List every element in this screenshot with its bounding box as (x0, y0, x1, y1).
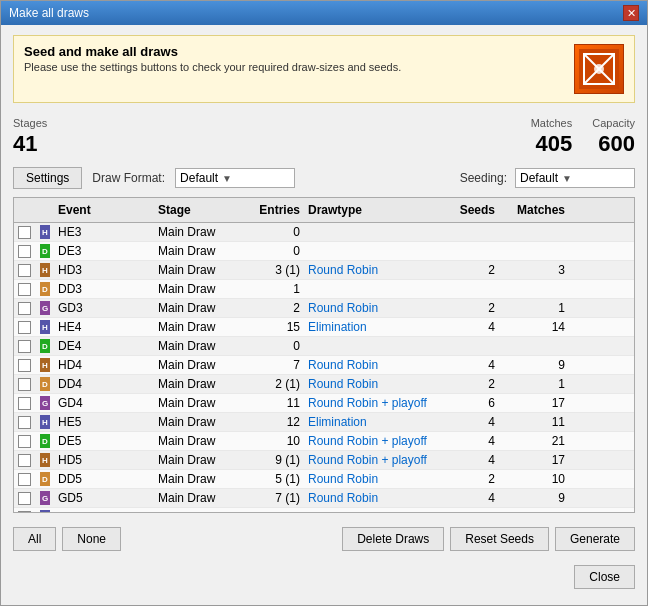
matches-value: 1 (499, 299, 569, 317)
row-checkbox[interactable] (18, 511, 31, 513)
row-checkbox[interactable] (18, 416, 31, 429)
matches-value: 17 (499, 394, 569, 412)
col-matches: Matches (499, 201, 569, 219)
controls-row: Settings Draw Format: Default ▼ Seeding:… (13, 167, 635, 189)
close-window-button[interactable]: ✕ (623, 5, 639, 21)
svg-point-4 (594, 64, 604, 74)
main-window: Make all draws ✕ Seed and make all draws… (0, 0, 648, 606)
drawtype-value: Elimination (304, 413, 444, 431)
draw-format-dropdown[interactable]: Default ▼ (175, 168, 295, 188)
close-button[interactable]: Close (574, 565, 635, 589)
table-row[interactable]: HHE5Main Draw12Elimination411 (14, 413, 634, 432)
event-type-icon: H (40, 320, 50, 334)
table-row[interactable]: DDE3Main Draw0 (14, 242, 634, 261)
event-name: DE4 (54, 337, 154, 355)
drawtype-value: Round Robin (304, 299, 444, 317)
matches-value: 21 (499, 432, 569, 450)
stage-name: Qual (154, 508, 244, 512)
table-row[interactable]: DDD5Main Draw5 (1)Round Robin210 (14, 470, 634, 489)
entries-value: 1 (244, 280, 304, 298)
draw-format-label: Draw Format: (92, 171, 165, 185)
row-checkbox[interactable] (18, 340, 31, 353)
seeding-label: Seeding: (460, 171, 507, 185)
row-checkbox[interactable] (18, 359, 31, 372)
row-checkbox[interactable] (18, 264, 31, 277)
row-checkbox[interactable] (18, 397, 31, 410)
drawtype-value: Round Robin + playoff (304, 451, 444, 469)
event-type-icon: D (40, 244, 50, 258)
drawtype-value: Round Robin (304, 508, 444, 512)
event-name: DD5 (54, 470, 154, 488)
event-type-icon: H (40, 225, 50, 239)
table-row[interactable]: HHE4Main Draw15Elimination414 (14, 318, 634, 337)
table-row[interactable]: GGD5Main Draw7 (1)Round Robin49 (14, 489, 634, 508)
event-name: HD5 (54, 451, 154, 469)
delete-draws-button[interactable]: Delete Draws (342, 527, 444, 551)
seeds-value (444, 337, 499, 355)
stage-name: Main Draw (154, 470, 244, 488)
header-text: Seed and make all draws Please use the s… (24, 44, 564, 73)
stage-name: Main Draw (154, 356, 244, 374)
drawtype-value: Round Robin (304, 356, 444, 374)
row-checkbox[interactable] (18, 321, 31, 334)
event-type-icon: H (40, 358, 50, 372)
event-name: HE6 (54, 508, 154, 512)
table-row[interactable]: HHE6Qual12Round Robin812 (14, 508, 634, 512)
footer-row: Close (13, 561, 635, 595)
stage-name: Main Draw (154, 413, 244, 431)
row-checkbox[interactable] (18, 245, 31, 258)
seeding-value: Default (520, 171, 558, 185)
entries-value: 12 (244, 413, 304, 431)
seeds-value: 4 (444, 489, 499, 507)
event-type-icon: D (40, 339, 50, 353)
capacity-label: Capacity (592, 117, 635, 129)
row-checkbox[interactable] (18, 302, 31, 315)
row-checkbox[interactable] (18, 492, 31, 505)
generate-button[interactable]: Generate (555, 527, 635, 551)
all-button[interactable]: All (13, 527, 56, 551)
entries-value: 0 (244, 223, 304, 241)
drawtype-value (304, 337, 444, 355)
row-checkbox[interactable] (18, 454, 31, 467)
draw-format-value: Default (180, 171, 218, 185)
header-icon (574, 44, 624, 94)
row-checkbox[interactable] (18, 473, 31, 486)
stages-value: 41 (13, 131, 47, 157)
row-checkbox[interactable] (18, 435, 31, 448)
table-row[interactable]: GGD4Main Draw11Round Robin + playoff617 (14, 394, 634, 413)
event-name: GD4 (54, 394, 154, 412)
matches-value: 3 (499, 261, 569, 279)
stage-name: Main Draw (154, 432, 244, 450)
entries-value: 11 (244, 394, 304, 412)
table-row[interactable]: GGD3Main Draw2Round Robin21 (14, 299, 634, 318)
seeding-dropdown[interactable]: Default ▼ (515, 168, 635, 188)
seeds-value: 4 (444, 318, 499, 336)
drawtype-value: Round Robin (304, 375, 444, 393)
table-row[interactable]: HHE3Main Draw0 (14, 223, 634, 242)
settings-button[interactable]: Settings (13, 167, 82, 189)
stage-name: Main Draw (154, 223, 244, 241)
seeds-value: 6 (444, 394, 499, 412)
reset-seeds-button[interactable]: Reset Seeds (450, 527, 549, 551)
row-checkbox[interactable] (18, 378, 31, 391)
table-row[interactable]: DDD3Main Draw1 (14, 280, 634, 299)
table-row[interactable]: HHD3Main Draw3 (1)Round Robin23 (14, 261, 634, 280)
matches-value: 11 (499, 413, 569, 431)
row-checkbox[interactable] (18, 283, 31, 296)
table-row[interactable]: HHD4Main Draw7Round Robin49 (14, 356, 634, 375)
table-row[interactable]: DDE5Main Draw10Round Robin + playoff421 (14, 432, 634, 451)
none-button[interactable]: None (62, 527, 121, 551)
event-type-icon: H (40, 263, 50, 277)
table-row[interactable]: HHD5Main Draw9 (1)Round Robin + playoff4… (14, 451, 634, 470)
stage-name: Main Draw (154, 261, 244, 279)
event-type-icon: G (40, 301, 50, 315)
capacity-block: Capacity 600 (592, 117, 635, 157)
row-checkbox[interactable] (18, 226, 31, 239)
table-row[interactable]: DDE4Main Draw0 (14, 337, 634, 356)
table-row[interactable]: DDD4Main Draw2 (1)Round Robin21 (14, 375, 634, 394)
matches-block: Matches 405 (531, 117, 573, 157)
drawtype-value (304, 242, 444, 260)
col-stage: Stage (154, 201, 244, 219)
col-seeds: Seeds (444, 201, 499, 219)
matches-value: 405 (535, 131, 572, 157)
